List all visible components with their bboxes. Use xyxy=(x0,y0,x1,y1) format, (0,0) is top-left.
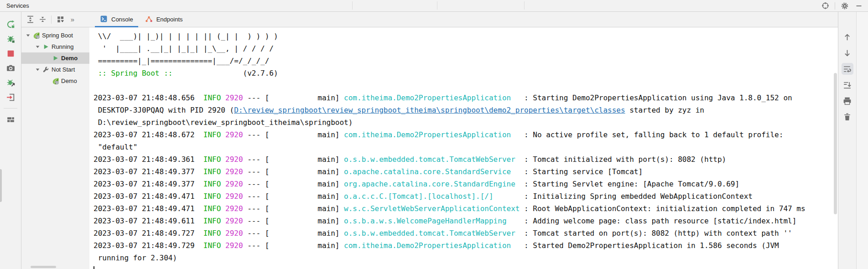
console-line: DESKTOP-3J0PQAQ with PID 2920 (D:\review… xyxy=(94,104,838,116)
left-stripe-scrollbar[interactable] xyxy=(0,169,2,202)
tree-node-label: Not Start xyxy=(52,66,75,73)
console-line: =========|_|==============|___/=/_/_/_/ xyxy=(94,55,838,67)
tool-window-header: Services xyxy=(0,0,868,12)
console-line: 2023-03-07 21:48:49.729 INFO 2920 --- [ … xyxy=(94,239,838,252)
toolbar-divider xyxy=(4,108,17,109)
header-actions xyxy=(821,0,863,11)
expand-all-icon[interactable] xyxy=(26,15,35,24)
run-icon xyxy=(51,55,60,62)
console-line xyxy=(94,79,838,92)
tree-node-label: Demo xyxy=(61,78,77,84)
tree-horizontal-scrollbar[interactable] xyxy=(31,266,56,268)
tree-node-label: Running xyxy=(52,43,73,50)
attach-debugger-icon[interactable] xyxy=(5,78,16,88)
console-line: 2023-03-07 21:48:49.727 INFO 2920 --- [ … xyxy=(94,227,838,239)
exit-icon[interactable] xyxy=(5,92,16,102)
scroll-to-end-icon[interactable] xyxy=(842,79,853,91)
clear-all-icon[interactable] xyxy=(842,111,853,123)
up-icon[interactable] xyxy=(842,31,853,43)
console-line: :: Spring Boot :: (v2.7.6) xyxy=(94,67,838,79)
spring-boot-icon xyxy=(32,31,41,39)
header-separator xyxy=(524,1,525,10)
header-separator xyxy=(352,1,353,10)
console-output[interactable]: \\/ ___)| |_)| | | | | || (_| | ) ) ) ) … xyxy=(89,27,838,269)
tree-node-demo-stopped[interactable]: Demo xyxy=(21,75,89,87)
run-icon xyxy=(42,43,50,50)
tree-node-demo-running[interactable]: Demo xyxy=(21,52,89,64)
group-by-icon[interactable] xyxy=(56,15,65,24)
console-panel: Console Endpoints \\/ ___)| |_)| | | | |… xyxy=(89,12,838,269)
tab-console[interactable]: Console xyxy=(95,12,138,27)
console-tabbar: Console Endpoints xyxy=(89,12,838,27)
right-gutter xyxy=(856,12,868,269)
tree-node-label: Spring Boot xyxy=(42,32,73,39)
tree-toolbar: » xyxy=(21,12,89,27)
rerun-icon[interactable] xyxy=(5,19,16,29)
collapse-all-icon[interactable] xyxy=(38,15,47,24)
spring-boot-icon xyxy=(51,77,60,85)
tool-window-body: » Spring BootRunningDemoNot StartDemo Co… xyxy=(0,12,868,269)
services-tree: Spring BootRunningDemoNot StartDemo xyxy=(21,27,89,269)
header-separator xyxy=(437,1,437,10)
tab-console-label: Console xyxy=(111,16,133,23)
tree-node-spring-boot[interactable]: Spring Boot xyxy=(21,30,89,41)
toolbar-divider xyxy=(51,16,52,24)
console-line: 2023-03-07 21:48:49.361 INFO 2920 --- [ … xyxy=(94,153,838,166)
tree-node-label: Demo xyxy=(61,55,78,62)
services-tree-panel: » Spring BootRunningDemoNot StartDemo xyxy=(21,12,89,269)
chevron-expanded-icon[interactable] xyxy=(34,43,42,50)
tab-endpoints[interactable]: Endpoints xyxy=(140,12,188,27)
console-line: 2023-03-07 21:48:49.471 INFO 2920 --- [ … xyxy=(94,190,838,202)
endpoints-icon xyxy=(145,15,153,24)
console-line: "default" xyxy=(94,141,838,153)
wrench-icon xyxy=(42,66,50,73)
console-line: 2023-03-07 21:48:49.377 INFO 2920 --- [ … xyxy=(94,166,838,178)
tab-endpoints-label: Endpoints xyxy=(156,16,183,23)
run-actions-toolbar xyxy=(0,12,21,269)
console-lines: \\/ ___)| |_)| | | | | || (_| | ) ) ) ) … xyxy=(94,30,838,264)
crosshair-icon[interactable] xyxy=(821,1,830,10)
chevron-expanded-icon[interactable] xyxy=(34,66,42,73)
console-line: 2023-03-07 21:48:49.377 INFO 2920 --- [ … xyxy=(94,178,838,190)
console-line: 2023-03-07 21:48:48.656 INFO 2920 --- [ … xyxy=(94,92,838,104)
tree-node-not-started[interactable]: Not Start xyxy=(21,64,89,75)
console-icon xyxy=(100,15,108,24)
more-actions-icon[interactable]: » xyxy=(68,15,77,24)
console-line: 2023-03-07 21:48:49.611 INFO 2920 --- [ … xyxy=(94,215,838,227)
chevron-expanded-icon[interactable] xyxy=(24,32,32,39)
console-line: 2023-03-07 21:48:49.471 INFO 2920 --- [ … xyxy=(94,202,838,215)
console-vertical-scrollbar[interactable] xyxy=(834,73,837,214)
stop-icon[interactable] xyxy=(5,48,16,58)
gear-icon[interactable] xyxy=(840,1,849,10)
console-line: D:\review_springboot\review_springboot_i… xyxy=(94,116,838,129)
console-line: 2023-03-07 21:48:48.672 INFO 2920 --- [ … xyxy=(94,129,838,141)
console-caret-line xyxy=(94,264,838,269)
soft-wrap-icon[interactable] xyxy=(842,63,853,75)
console-line: \\/ ___)| |_)| | | | | || (_| | ) ) ) ) xyxy=(94,30,838,42)
console-line: running for 2.304) xyxy=(94,252,838,264)
text-caret xyxy=(94,266,94,269)
file-path-link[interactable]: D:\review_springboot\review_springboot_i… xyxy=(234,106,625,114)
minimize-icon[interactable] xyxy=(854,1,863,10)
tree-node-running[interactable]: Running xyxy=(21,41,89,52)
console-side-toolbar xyxy=(838,12,856,269)
print-icon[interactable] xyxy=(842,95,853,107)
tool-window-title: Services xyxy=(0,2,29,9)
services-tool-window: Services » Spring BootRunningDemoNot Sta… xyxy=(0,0,868,269)
down-icon[interactable] xyxy=(842,47,853,59)
thread-dump-icon[interactable] xyxy=(5,63,16,73)
debug-icon[interactable] xyxy=(5,34,16,44)
console-line: ' |____| .__|_| |_|_| |_\__, | / / / / xyxy=(94,42,838,55)
layout-icon[interactable] xyxy=(5,114,16,124)
header-divider xyxy=(835,2,835,10)
